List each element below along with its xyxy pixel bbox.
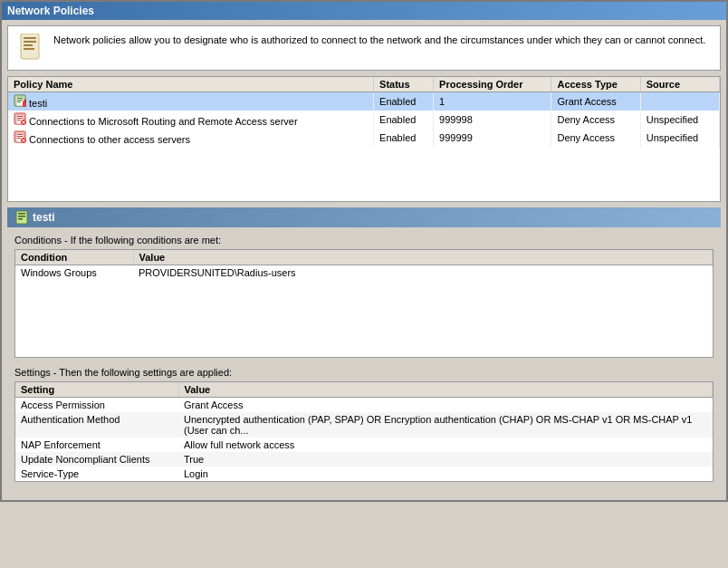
conditions-label: Conditions - If the following conditions… xyxy=(14,235,714,245)
condition-row: Windows Groups PROVIDERSUNITED\Radius-us… xyxy=(15,265,713,281)
policy-row[interactable]: testi Enabled 1 Grant Access xyxy=(8,92,720,111)
settings-header: Setting Value xyxy=(15,382,713,398)
svg-rect-8 xyxy=(17,100,23,101)
col-processing-order: Processing Order xyxy=(434,77,551,92)
setting-name-cell: Update Noncompliant Clients xyxy=(15,452,178,467)
conditions-table-container: Condition Value Windows Groups PROVIDERS… xyxy=(14,249,714,358)
svg-rect-22 xyxy=(17,134,23,135)
svg-rect-7 xyxy=(17,98,23,99)
policy-processing-cell: 999999 xyxy=(434,129,551,147)
selected-policy-section: testi Conditions - If the following cond… xyxy=(7,207,721,489)
setting-value-cell: True xyxy=(178,452,713,467)
svg-rect-1 xyxy=(24,37,36,39)
condition-name-cell: Windows Groups xyxy=(15,265,133,281)
conditions-table: Condition Value Windows Groups PROVIDERS… xyxy=(15,250,713,280)
policy-name-cell: Connections to other access servers xyxy=(8,129,374,147)
network-policies-window: Network Policies Network policies allow … xyxy=(0,0,728,502)
col-policy-name: Policy Name xyxy=(8,77,374,92)
svg-rect-3 xyxy=(24,44,33,46)
setting-value-cell: Login xyxy=(178,467,713,481)
policy-processing-cell: 999998 xyxy=(434,111,551,129)
cond-col-value: Value xyxy=(133,250,713,265)
svg-rect-23 xyxy=(17,136,23,137)
condition-value-cell: PROVIDERSUNITED\Radius-users xyxy=(133,265,713,281)
policy-access-cell: Grant Access xyxy=(551,92,640,111)
svg-rect-30 xyxy=(18,216,25,217)
svg-rect-24 xyxy=(17,138,21,139)
section-titlebar: testi xyxy=(7,207,721,227)
policy-table-header: Policy Name Status Processing Order Acce… xyxy=(8,77,720,92)
setting-name-cell: Access Permission xyxy=(15,398,178,413)
row-icon xyxy=(14,130,26,143)
policy-source-cell: Unspecified xyxy=(640,129,719,147)
svg-rect-29 xyxy=(18,213,25,215)
info-icon xyxy=(15,34,44,63)
setting-name-cell: Authentication Method xyxy=(15,412,178,438)
setting-row: NAP Enforcement Allow full network acces… xyxy=(15,438,713,452)
setting-value-cell: Unencrypted authentication (PAP, SPAP) O… xyxy=(178,412,713,438)
selected-policy-name: testi xyxy=(33,211,55,224)
row-icon xyxy=(14,94,26,107)
svg-rect-4 xyxy=(24,48,34,50)
setting-value-cell: Allow full network access xyxy=(178,438,713,452)
setting-row: Update Noncompliant Clients True xyxy=(15,452,713,467)
policy-status-cell: Enabled xyxy=(374,92,434,111)
policy-source-cell: Unspecified xyxy=(640,111,719,129)
cond-col-condition: Condition xyxy=(15,250,133,265)
row-icon xyxy=(14,112,26,125)
setting-row: Access Permission Grant Access xyxy=(15,398,713,413)
svg-rect-16 xyxy=(17,120,21,120)
policy-row[interactable]: Connections to other access servers Enab… xyxy=(8,129,720,147)
policy-access-cell: Deny Access xyxy=(551,129,640,147)
settings-table: Setting Value Access Permission Grant Ac… xyxy=(15,382,713,481)
setting-row: Service-Type Login xyxy=(15,467,713,481)
section-body: Conditions - If the following conditions… xyxy=(7,227,721,489)
policy-status-cell: Enabled xyxy=(374,111,434,129)
window-title: Network Policies xyxy=(7,5,94,17)
info-text: Network policies allow you to designate … xyxy=(53,34,705,47)
setting-value-cell: Grant Access xyxy=(178,398,713,413)
settings-label: Settings - Then the following settings a… xyxy=(14,367,714,378)
policy-icon xyxy=(14,210,29,225)
policy-status-cell: Enabled xyxy=(374,129,434,147)
policy-access-cell: Deny Access xyxy=(551,111,640,129)
set-col-setting: Setting xyxy=(15,382,178,398)
policy-source-cell xyxy=(640,92,719,111)
conditions-header: Condition Value xyxy=(15,250,713,265)
col-access-type: Access Type xyxy=(551,77,640,92)
setting-name-cell: Service-Type xyxy=(15,467,178,481)
window-content: Network policies allow you to designate … xyxy=(2,20,726,500)
policy-processing-cell: 1 xyxy=(434,92,551,111)
policy-name-cell: Connections to Microsoft Routing and Rem… xyxy=(8,111,374,129)
policy-name-cell: testi xyxy=(8,92,374,111)
info-banner: Network policies allow you to designate … xyxy=(7,25,721,71)
setting-name-cell: NAP Enforcement xyxy=(15,438,178,452)
svg-rect-15 xyxy=(17,118,23,119)
policy-table-container: Policy Name Status Processing Order Acce… xyxy=(7,76,721,202)
svg-rect-9 xyxy=(17,101,21,102)
col-status: Status xyxy=(374,77,434,92)
svg-rect-31 xyxy=(18,218,23,220)
policy-table: Policy Name Status Processing Order Acce… xyxy=(8,77,720,147)
policy-row[interactable]: Connections to Microsoft Routing and Rem… xyxy=(8,111,720,129)
svg-rect-2 xyxy=(24,41,36,43)
set-col-value: Value xyxy=(178,382,713,398)
settings-table-container: Setting Value Access Permission Grant Ac… xyxy=(14,381,714,482)
col-source: Source xyxy=(640,77,719,92)
svg-rect-14 xyxy=(17,116,23,117)
window-titlebar: Network Policies xyxy=(2,2,726,20)
setting-row: Authentication Method Unencrypted authen… xyxy=(15,412,713,438)
